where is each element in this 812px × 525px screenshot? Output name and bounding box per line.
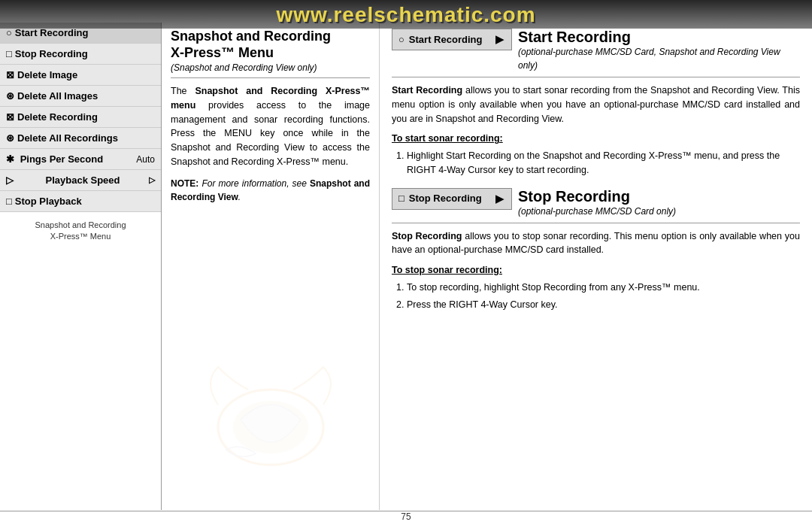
- sidebar-caption: Snapshot and Recording X-Press™ Menu: [0, 212, 161, 246]
- middle-body: The Snapshot and Recording X-Press™ menu…: [171, 84, 370, 169]
- playback-icon: ▷: [6, 174, 14, 186]
- watermark-text: www.reelschematic.com: [276, 3, 535, 26]
- section1-divider: [392, 77, 800, 77]
- playback-arrow: ▷: [149, 175, 155, 185]
- delete-all-images-icon: ⊛: [6, 90, 14, 102]
- section2-title-block: Stop Recording (optional-purchase MMC/SD…: [518, 188, 676, 218]
- sidebar-item-label-start-recording: Start Recording: [15, 27, 89, 38]
- section2-divider: [392, 223, 800, 223]
- sidebar-item-label-delete-all-images: Delete All Images: [17, 90, 98, 102]
- sidebar-item-label-pings: Pings Per Second: [20, 153, 104, 165]
- stop-recording-button: □ Stop Recording ▶: [392, 188, 512, 210]
- pings-icon: ✱: [6, 153, 14, 165]
- sidebar-item-delete-image[interactable]: ⊠ Delete Image: [0, 65, 161, 86]
- start-btn-icon: ○: [398, 32, 404, 47]
- section1-subheading: To start sonar recording:: [392, 132, 800, 146]
- sidebar-item-stop-recording[interactable]: □ Stop Recording: [0, 44, 161, 65]
- section2-optional: (optional-purchase MMC/SD Card only): [518, 205, 676, 218]
- delete-recording-icon: ⊠: [6, 111, 14, 123]
- sidebar-item-label-delete-recording: Delete Recording: [17, 111, 98, 123]
- start-btn-arrow: ▶: [495, 32, 504, 47]
- section2-header: □ Stop Recording ▶ Stop Recording (optio…: [392, 188, 800, 218]
- section1-optional: (optional-purchase MMC/SD Card, Snapshot…: [518, 45, 800, 72]
- middle-title: Snapshot and Recording X-Press™ Menu: [171, 29, 370, 61]
- start-btn-label: Start Recording: [409, 32, 483, 47]
- sidebar-item-pings-per-second[interactable]: ✱ Pings Per Second Auto: [0, 149, 161, 170]
- stop-btn-icon: □: [398, 191, 404, 206]
- sidebar-item-label-delete-image: Delete Image: [17, 69, 77, 80]
- sidebar-item-label-stop-recording: Stop Recording: [15, 48, 88, 59]
- section2-title: Stop Recording: [518, 188, 676, 205]
- middle-subtitle: (Snapshot and Recording View only): [171, 62, 370, 78]
- list-item: To stop recording, highlight Stop Record…: [407, 281, 800, 295]
- section2-body: Stop Recording allows you to stop sonar …: [392, 229, 800, 258]
- start-recording-icon: ○: [6, 27, 12, 38]
- stop-recording-icon: □: [6, 48, 12, 59]
- stop-playback-icon: □: [6, 196, 12, 207]
- page-number: 75: [401, 511, 411, 522]
- stop-btn-label: Stop Recording: [409, 191, 482, 206]
- section2-steps: To stop recording, highlight Stop Record…: [392, 281, 800, 312]
- right-content: ○ Start Recording ▶ Start Recording (opt…: [380, 23, 812, 510]
- sidebar: ○ Start Recording □ Stop Recording ⊠ Del…: [0, 23, 162, 510]
- list-item: Highlight Start Recording on the Snapsho…: [407, 149, 800, 178]
- start-recording-button: ○ Start Recording ▶: [392, 29, 512, 50]
- section2-subheading: To stop sonar recording:: [392, 263, 800, 278]
- sidebar-item-delete-recording[interactable]: ⊠ Delete Recording: [0, 107, 161, 128]
- list-item: Press the RIGHT 4-Way Cursor key.: [407, 298, 800, 312]
- sidebar-item-label-playback: Playback Speed: [46, 174, 120, 186]
- sidebar-item-label-delete-all-recordings: Delete All Recordings: [17, 132, 118, 144]
- section1-header: ○ Start Recording ▶ Start Recording (opt…: [392, 29, 800, 72]
- sidebar-item-playback-speed[interactable]: ▷ Playback Speed ▷: [0, 170, 161, 191]
- sidebar-item-delete-all-recordings[interactable]: ⊛ Delete All Recordings: [0, 128, 161, 149]
- sidebar-item-delete-all-images[interactable]: ⊛ Delete All Images: [0, 86, 161, 107]
- sidebar-item-label-stop-playback: Stop Playback: [15, 196, 82, 207]
- middle-note: NOTE: For more information, see Snapshot…: [171, 177, 370, 204]
- section1-title-block: Start Recording (optional-purchase MMC/S…: [518, 29, 800, 72]
- delete-all-recordings-icon: ⊛: [6, 132, 14, 144]
- page-layout: ○ Start Recording □ Stop Recording ⊠ Del…: [0, 23, 812, 510]
- delete-image-icon: ⊠: [6, 69, 14, 80]
- section1-steps: Highlight Start Recording on the Snapsho…: [392, 149, 800, 178]
- pings-left: ✱ Pings Per Second: [6, 153, 103, 165]
- middle-content: Snapshot and Recording X-Press™ Menu (Sn…: [162, 23, 380, 510]
- section-start-recording: ○ Start Recording ▶ Start Recording (opt…: [392, 29, 800, 178]
- sidebar-item-stop-playback[interactable]: □ Stop Playback: [0, 191, 161, 212]
- section1-title: Start Recording: [518, 29, 800, 45]
- stop-btn-arrow: ▶: [495, 191, 504, 207]
- section1-body: Start Recording allows you to start sona…: [392, 83, 800, 126]
- pings-value: Auto: [136, 154, 155, 165]
- fish-watermark: [195, 344, 346, 495]
- section-stop-recording: □ Stop Recording ▶ Stop Recording (optio…: [392, 188, 800, 312]
- watermark: www.reelschematic.com: [0, 0, 812, 29]
